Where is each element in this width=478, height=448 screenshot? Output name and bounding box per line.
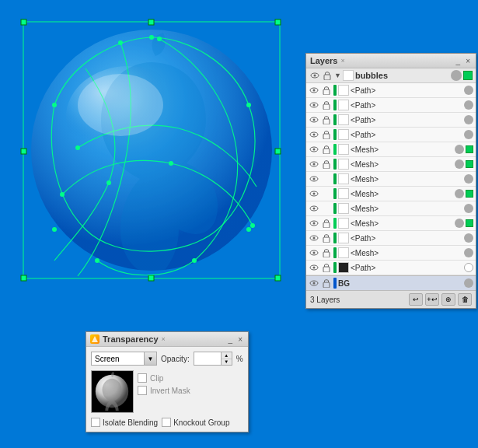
layer-color-indicator: [463, 71, 473, 80]
opacity-up-arrow[interactable]: ▲: [222, 352, 232, 359]
layers-btn-new-layer[interactable]: ⊕: [441, 293, 455, 306]
layer-expand-arrow[interactable]: ▼: [334, 72, 341, 79]
bg-layer-row[interactable]: BG: [306, 275, 476, 290]
layer-name[interactable]: bubbles: [355, 71, 449, 80]
svg-point-18: [75, 145, 80, 150]
svg-point-40: [313, 134, 316, 136]
row-color-bar: [333, 85, 337, 96]
row-color-bar: [333, 188, 337, 199]
blend-opacity-row: Screen ▼ Opacity: ▲ ▼ %: [91, 352, 243, 366]
layer-thumb: [343, 70, 354, 81]
row-eye[interactable]: [309, 203, 319, 214]
blend-mode-value: Screen: [92, 352, 144, 365]
row-color-bar: [333, 144, 337, 155]
svg-point-31: [313, 89, 316, 92]
invert-mask-row: Invert Mask: [138, 386, 190, 395]
svg-point-16: [52, 227, 57, 232]
bg-color-bar: [333, 278, 337, 289]
opacity-spinner[interactable]: ▲ ▼: [221, 352, 232, 365]
row-color-bar: [333, 100, 337, 110]
row-eye[interactable]: [309, 173, 319, 184]
row-eye[interactable]: [309, 159, 319, 170]
svg-rect-32: [323, 89, 330, 95]
svg-rect-35: [323, 104, 330, 110]
svg-rect-7: [148, 275, 154, 281]
table-row[interactable]: <Path>: [306, 83, 476, 98]
svg-point-67: [313, 282, 316, 285]
row-eye[interactable]: [309, 85, 319, 96]
opacity-input[interactable]: ▲ ▼: [194, 352, 232, 366]
row-eye[interactable]: [309, 218, 319, 229]
svg-point-23: [157, 37, 162, 41]
row-lock: [321, 129, 332, 140]
row-status: [464, 248, 473, 257]
row-lock: [321, 233, 332, 243]
opacity-down-arrow[interactable]: ▼: [222, 359, 232, 366]
bg-layer-name[interactable]: BG: [338, 279, 462, 288]
layers-btn-add-sublayer[interactable]: +↩: [425, 293, 439, 306]
row-label: <Mesh>: [351, 160, 453, 169]
row-eye[interactable]: [309, 144, 319, 155]
table-row[interactable]: <Mesh>: [306, 187, 476, 201]
layers-tab-indicator: ×: [340, 57, 344, 65]
table-row[interactable]: <Mesh>: [306, 246, 476, 261]
transparency-body: Screen ▼ Opacity: ▲ ▼ %: [86, 347, 248, 432]
layer-header-info: ▼ bubbles: [334, 70, 449, 81]
knockout-group-checkbox[interactable]: [162, 418, 171, 427]
table-row[interactable]: <Path>: [306, 98, 476, 113]
transparency-minimize-btn[interactable]: _: [227, 335, 235, 344]
isolate-blending-checkbox[interactable]: [91, 418, 100, 427]
table-row[interactable]: <Path>: [306, 113, 476, 128]
blend-mode-select[interactable]: Screen ▼: [91, 352, 157, 366]
svg-point-34: [313, 104, 316, 107]
row-eye[interactable]: [309, 129, 319, 140]
transparency-close-btn[interactable]: ×: [236, 335, 244, 344]
layers-panel-title: Layers: [310, 56, 337, 65]
row-thumb: [338, 100, 349, 110]
svg-rect-62: [323, 252, 330, 257]
row-eye[interactable]: [309, 114, 319, 125]
svg-point-21: [60, 192, 65, 197]
svg-point-61: [313, 252, 316, 254]
row-status: [464, 115, 473, 124]
row-label: <Mesh>: [351, 175, 462, 184]
clip-checkbox[interactable]: [138, 373, 147, 383]
layers-titlebar-left: Layers ×: [310, 56, 345, 65]
transparency-preview: [91, 370, 134, 413]
table-row[interactable]: <Path>: [306, 231, 476, 246]
layers-close-btn[interactable]: ×: [464, 57, 472, 65]
isolate-knockout-row: Isolate Blending Knockout Group: [91, 418, 243, 427]
bg-eye[interactable]: [309, 278, 319, 289]
table-row[interactable]: <Mesh>: [306, 216, 476, 231]
table-row[interactable]: <Path>: [306, 261, 476, 275]
isolate-blending-row: Isolate Blending: [91, 418, 158, 427]
row-status: [455, 189, 464, 198]
table-row[interactable]: <Mesh>: [306, 201, 476, 216]
svg-point-55: [313, 222, 316, 225]
row-thumb: [338, 203, 349, 214]
row-eye[interactable]: [309, 100, 319, 110]
svg-rect-1: [21, 19, 26, 25]
layer-eye-icon[interactable]: [309, 70, 320, 81]
invert-mask-checkbox[interactable]: [138, 386, 147, 395]
row-color-bar: [333, 218, 337, 229]
layers-btn-delete[interactable]: 🗑: [458, 293, 472, 306]
layers-panel: Layers × _ × ▼ bubbles <Path>: [305, 53, 476, 309]
row-lock: [321, 247, 332, 258]
table-row[interactable]: <Path>: [306, 128, 476, 142]
table-row[interactable]: <Mesh>: [306, 142, 476, 157]
layers-minimize-btn[interactable]: _: [455, 57, 462, 65]
row-color-bar: [333, 129, 337, 140]
row-eye[interactable]: [309, 233, 319, 243]
svg-point-43: [313, 149, 316, 151]
svg-point-64: [313, 267, 316, 269]
row-eye[interactable]: [309, 262, 319, 273]
row-status: [464, 233, 473, 243]
table-row[interactable]: <Mesh>: [306, 157, 476, 172]
row-square: [466, 219, 473, 227]
table-row[interactable]: <Mesh>: [306, 172, 476, 187]
blend-dropdown-arrow[interactable]: ▼: [144, 352, 156, 365]
row-eye[interactable]: [309, 247, 319, 258]
row-eye[interactable]: [309, 188, 319, 199]
layers-btn-locate[interactable]: ↩: [409, 293, 423, 306]
